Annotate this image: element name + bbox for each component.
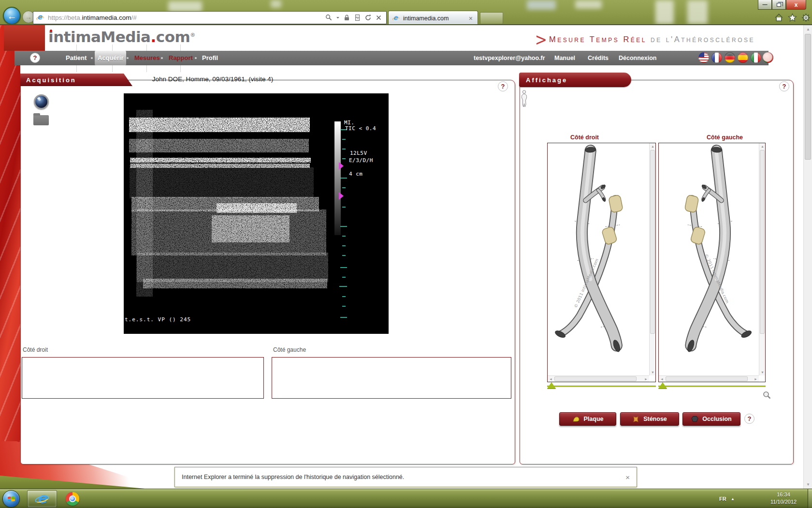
window-close-button[interactable]: x	[786, 0, 806, 10]
tagline-chevron-icon: >	[535, 30, 547, 50]
camera-capture-button[interactable]	[34, 94, 49, 109]
nav-item-patient[interactable]: Patient	[63, 51, 89, 65]
plaque-icon	[572, 416, 580, 422]
wallpaper-blob	[527, 0, 556, 10]
tab-close-icon[interactable]: ×	[467, 15, 474, 22]
nav-item-deconnexion[interactable]: Déconnexion	[619, 51, 657, 65]
site-logo[interactable]: intimaMedia.com®	[48, 28, 195, 45]
taskbar-chrome-button[interactable]	[60, 490, 85, 508]
horizontal-scrollbar[interactable]: ◄ ►	[659, 375, 759, 382]
scrollbar-thumb[interactable]	[554, 376, 637, 381]
flag-us-icon[interactable]	[698, 52, 709, 63]
plaque-label: Plaque	[584, 416, 604, 422]
plaque-button[interactable]: Plaque	[559, 412, 616, 426]
nav-item-rapport[interactable]: Rapport	[166, 51, 196, 65]
acquisition-help-button[interactable]: ?	[498, 81, 508, 91]
window-restore-button[interactable]	[772, 0, 786, 10]
open-folder-button[interactable]	[33, 115, 49, 125]
human-figure-icon[interactable]	[520, 90, 528, 107]
browser-back-button[interactable]: ←	[3, 7, 21, 25]
scroll-up-icon[interactable]: ▲	[805, 26, 812, 32]
horizontal-scrollbar[interactable]: ◄ ►	[548, 375, 649, 382]
nav-item-credits[interactable]: Crédits	[588, 51, 609, 65]
refresh-icon[interactable]	[364, 14, 372, 21]
flag-es-icon[interactable]	[738, 52, 748, 63]
scroll-left-icon[interactable]: ◄	[548, 376, 554, 382]
slider-track[interactable]	[547, 386, 656, 387]
caret-up-icon: ▲	[731, 497, 735, 501]
scroll-down-icon[interactable]: ▼	[805, 481, 812, 488]
carotid-diagram-left[interactable]: © 2011 intimaMedia.com ▲ ▼ ◄ ►	[658, 143, 766, 382]
user-email[interactable]: testvpexplorer@yahoo.fr	[474, 51, 545, 65]
vertical-scrollbar[interactable]: ▲ ▼	[759, 143, 765, 375]
occlusion-button[interactable]: Occlusion	[682, 412, 740, 426]
minimize-icon: —	[763, 2, 768, 7]
url-text[interactable]: https://beta.intimamedia.com/#	[48, 14, 325, 21]
vertical-scrollbar[interactable]: ▲ ▼	[649, 143, 655, 375]
scroll-right-icon[interactable]: ►	[753, 376, 759, 382]
scroll-up-icon[interactable]: ▲	[759, 143, 766, 149]
scroll-up-icon[interactable]: ▲	[650, 143, 656, 149]
compatibility-view-icon[interactable]	[354, 14, 361, 21]
stop-icon[interactable]	[375, 14, 382, 21]
taskbar-ie-button[interactable]: e	[27, 490, 57, 508]
zoom-slider-left[interactable]	[658, 382, 766, 390]
browser-tab[interactable]: e intimamedia.com ×	[388, 11, 478, 25]
scrollbar-thumb[interactable]	[666, 376, 748, 381]
slider-handle[interactable]	[658, 382, 667, 388]
scroll-left-icon[interactable]: ◄	[659, 376, 665, 382]
nav-item-acquerir[interactable]: Acquérir	[95, 51, 126, 65]
magnifier-icon[interactable]	[763, 391, 771, 399]
patient-info: John DOE, Homme, 09/03/1961, (visite 4)	[145, 75, 280, 83]
nav-dot	[91, 57, 93, 59]
scrollbar-thumb[interactable]	[805, 34, 811, 160]
scroll-down-icon[interactable]: ▼	[650, 369, 656, 375]
legend-help-button[interactable]: ?	[744, 414, 754, 424]
notification-close-icon[interactable]: ×	[625, 473, 630, 481]
nav-separator-line	[180, 45, 181, 51]
tab-favicon: e	[392, 15, 400, 21]
affichage-help-button[interactable]: ?	[779, 81, 789, 91]
chrome-icon	[66, 492, 79, 506]
acq-cote-gauche-list[interactable]	[272, 357, 511, 399]
acq-cote-droit-list[interactable]	[22, 357, 264, 399]
browser-chrome: ← → e https://beta.intimamedia.com/# e i…	[0, 0, 812, 25]
scroll-right-icon[interactable]: ►	[643, 376, 649, 382]
notification-message: Internet Explorer a terminé la suppressi…	[182, 474, 625, 480]
tray-show-hidden-icons[interactable]: ▲	[731, 489, 735, 508]
tray-language[interactable]: FR	[719, 489, 726, 508]
flag-de-icon[interactable]	[725, 52, 735, 63]
scrollbar-thumb[interactable]	[760, 150, 765, 334]
nav-separator-line	[76, 45, 77, 51]
address-bar[interactable]: e https://beta.intimamedia.com/#	[33, 11, 387, 24]
flag-fr-icon[interactable]	[711, 52, 722, 63]
nav-item-manuel[interactable]: Manuel	[554, 51, 575, 65]
slider-track[interactable]	[658, 386, 766, 387]
flag-it-icon[interactable]	[751, 52, 761, 63]
search-icon[interactable]	[325, 14, 333, 21]
window-minimize-button[interactable]: —	[758, 0, 772, 10]
ultrasound-image[interactable]: MI. TIC < 0.4 12L5V E/3/D/H 4 cm t.e.s.t…	[124, 93, 389, 334]
show-desktop-button[interactable]	[808, 489, 812, 508]
new-tab-button[interactable]	[480, 12, 503, 24]
nav-item-profil[interactable]: Profil	[199, 51, 221, 65]
stenose-button[interactable]: Sténose	[620, 412, 679, 426]
slider-handle[interactable]	[547, 382, 556, 388]
home-icon[interactable]	[774, 13, 783, 22]
aff-cote-gauche-label: Côté gauche	[707, 134, 743, 141]
carotid-diagram-right[interactable]: © 2011 intimaMedia.com ▲ ▼ ◄ ►	[547, 143, 656, 382]
start-button[interactable]	[2, 490, 20, 508]
logo-red-dot	[50, 30, 52, 32]
zoom-slider-right[interactable]	[547, 382, 656, 390]
search-dropdown-icon[interactable]	[336, 14, 340, 21]
nav-item-mesures[interactable]: Mesures	[131, 51, 163, 65]
scroll-down-icon[interactable]: ▼	[759, 369, 766, 375]
back-arrow-icon: ←	[7, 10, 17, 21]
settings-gear-icon[interactable]	[801, 13, 811, 22]
scrollbar-thumb[interactable]	[650, 150, 655, 334]
windows-logo-icon	[7, 495, 15, 503]
nav-help-button[interactable]: ?	[30, 53, 40, 63]
favorites-star-icon[interactable]	[788, 13, 797, 22]
page-scrollbar[interactable]: ▲ ▼	[803, 25, 812, 489]
taskbar-clock[interactable]: 16:34 11/10/2012	[768, 491, 799, 506]
